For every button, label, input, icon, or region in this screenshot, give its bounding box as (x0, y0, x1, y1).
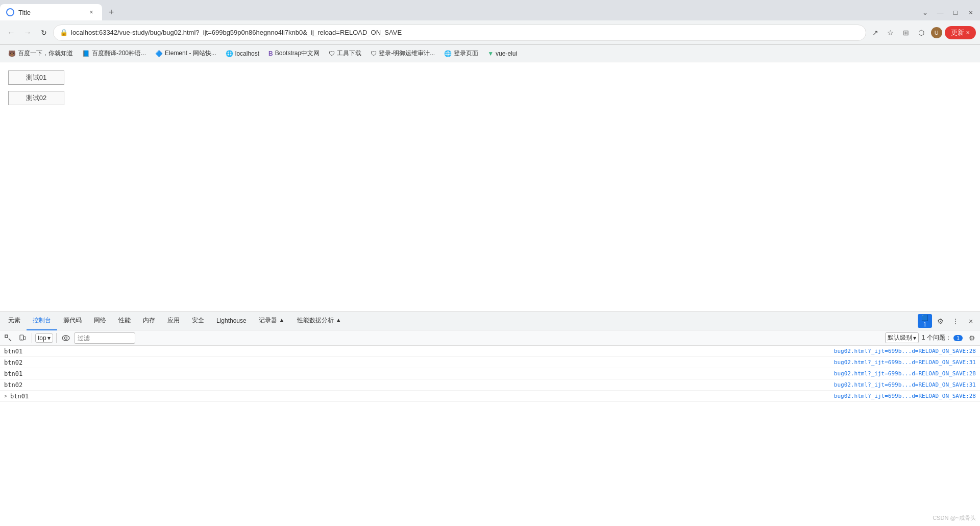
devtools-tab-sources[interactable]: 源代码 (57, 312, 88, 330)
bookmark-label: 登录-明御运维审计... (379, 49, 435, 58)
tab-title: Title (18, 9, 83, 16)
new-tab-button[interactable]: + (104, 5, 118, 19)
devtools-tab-network[interactable]: 网络 (88, 312, 112, 330)
inspect-element-button[interactable] (2, 332, 14, 344)
log-text: btn01 (10, 393, 834, 400)
console-filter-input[interactable] (74, 332, 135, 344)
issues-count-area: 1 个问题： 1 (922, 333, 963, 342)
bookmark-element[interactable]: 🔷 Element - 网站快... (151, 48, 220, 59)
devtools-settings-button[interactable]: ⚙ (933, 314, 947, 328)
bookmark-label: localhost (235, 50, 259, 57)
forward-button[interactable]: → (20, 26, 35, 40)
toolbar-divider (32, 333, 32, 343)
window-controls: ⌄ — □ × (918, 5, 980, 19)
login-icon: 🌐 (444, 50, 452, 57)
log-text: btn01 (4, 348, 834, 355)
devtools-tab-elements[interactable]: 元素 (2, 312, 27, 330)
bookmark-label: 百度一下，你就知道 (18, 49, 73, 58)
svg-point-4 (21, 339, 22, 340)
toolbar-divider2 (56, 333, 57, 343)
avatar-button[interactable]: U (929, 26, 944, 40)
minimize-button[interactable]: — (933, 5, 947, 19)
devtools-more-button[interactable]: ⋮ (948, 314, 963, 328)
devtools-panel: 元素 控制台 源代码 网络 性能 内存 应用 安全 Lighthouse 记录器… (0, 312, 980, 526)
default-level-chevron: ▾ (913, 334, 916, 342)
devtools-issues-button[interactable]: 🟦 1 (918, 314, 932, 328)
expand-icon[interactable]: > (4, 393, 7, 399)
address-bar[interactable]: 🔒 (53, 25, 866, 41)
log-row: btn01 bug02.html?_ijt=699b...d=RELOAD_ON… (0, 346, 980, 357)
list-tabs-button[interactable]: ⌄ (918, 5, 932, 19)
log-source[interactable]: bug02.html?_ijt=699b...d=RELOAD_ON_SAVE:… (834, 393, 976, 399)
svg-point-6 (64, 337, 67, 339)
localhost-icon: 🌐 (226, 50, 233, 57)
bookmark-button[interactable]: ☆ (884, 26, 898, 40)
issues-number-badge: 1 (953, 335, 963, 341)
svg-rect-0 (5, 335, 8, 338)
bookmark-label: 登录页面 (454, 49, 478, 58)
test-button-01[interactable]: 测试01 (8, 70, 64, 85)
devtools-tab-performance-insights[interactable]: 性能数据分析 ▲ (291, 312, 348, 330)
log-source[interactable]: bug02.html?_ijt=699b...d=RELOAD_ON_SAVE:… (834, 381, 976, 388)
bookmark-login-page[interactable]: 🌐 登录页面 (440, 48, 482, 59)
eye-button[interactable] (60, 332, 72, 344)
bookmark-label: 工具下载 (337, 49, 361, 58)
avatar-image: U (931, 27, 942, 38)
default-level-dropdown[interactable]: 默认级别 ▾ (885, 332, 919, 343)
back-button[interactable]: ← (4, 26, 18, 40)
bookmark-label: Bootstrap中文网 (275, 49, 320, 58)
bookmark-tools[interactable]: 🛡 工具下载 (325, 48, 365, 59)
devtools-tab-security[interactable]: 安全 (186, 312, 210, 330)
active-tab[interactable]: Title × (0, 4, 102, 20)
device-emulation-button[interactable] (16, 332, 29, 344)
devtools-toolbar: top ▾ 默认级别 ▾ 1 个问题： (0, 330, 980, 346)
lock-icon: 🔒 (60, 29, 68, 36)
log-row: btn02 bug02.html?_ijt=699b...d=RELOAD_ON… (0, 379, 980, 391)
update-button[interactable]: 更新 × (945, 26, 976, 39)
bootstrap-icon: B (268, 50, 273, 57)
bookmark-baidu[interactable]: 🐻 百度一下，你就知道 (4, 48, 77, 59)
device-icon (19, 334, 26, 342)
log-source[interactable]: bug02.html?_ijt=699b...d=RELOAD_ON_SAVE:… (834, 370, 976, 377)
bookmark-translate[interactable]: 📘 百度翻译-200种语... (78, 48, 150, 59)
toolbar-right: 默认级别 ▾ 1 个问题： 1 ⚙ (885, 332, 978, 344)
bookmark-login-admin[interactable]: 🛡 登录-明御运维审计... (366, 48, 439, 59)
tab-bar: Title × + ⌄ — □ × (0, 0, 980, 20)
refresh-button[interactable]: ↻ (37, 26, 51, 40)
inspect-icon (5, 334, 12, 342)
main-area: 测试01 测试02 元素 控制台 源代码 网络 性能 内存 应用 安全 Ligh… (0, 62, 980, 526)
maximize-button[interactable]: □ (948, 5, 963, 19)
svg-point-5 (62, 336, 69, 341)
devtools-tab-memory[interactable]: 内存 (137, 312, 161, 330)
chevron-down-icon: ▾ (47, 334, 51, 342)
log-source[interactable]: bug02.html?_ijt=699b...d=RELOAD_ON_SAVE:… (834, 359, 976, 366)
devtools-close-button[interactable]: × (964, 314, 978, 328)
eye-icon (62, 335, 70, 341)
devtools-tab-lighthouse[interactable]: Lighthouse (210, 312, 253, 330)
bookmark-label: 百度翻译-200种语... (92, 49, 146, 58)
bookmark-bootstrap[interactable]: B Bootstrap中文网 (264, 48, 324, 59)
tab-close-button[interactable]: × (87, 8, 96, 17)
devtools-tab-console[interactable]: 控制台 (27, 312, 57, 330)
devtools-tab-application[interactable]: 应用 (161, 312, 186, 330)
share-button[interactable]: ↗ (868, 26, 883, 40)
console-log-area: btn01 bug02.html?_ijt=699b...d=RELOAD_ON… (0, 346, 980, 526)
vue-icon: ▼ (487, 50, 494, 57)
console-settings-button[interactable]: ⚙ (966, 332, 978, 344)
bookmark-label: vue-elui (496, 50, 517, 57)
context-dropdown[interactable]: top ▾ (35, 333, 53, 343)
sidebar-button[interactable]: ⬡ (914, 26, 928, 40)
devtools-tab-recorder[interactable]: 记录器 ▲ (253, 312, 291, 330)
url-input[interactable] (71, 29, 860, 36)
bookmark-vue-elui[interactable]: ▼ vue-elui (483, 49, 521, 58)
window-close-button[interactable]: × (964, 5, 978, 19)
log-source[interactable]: bug02.html?_ijt=699b...d=RELOAD_ON_SAVE:… (834, 348, 976, 354)
bookmark-localhost[interactable]: 🌐 localhost (222, 49, 263, 58)
log-text: btn01 (4, 370, 834, 377)
default-level-label: 默认级别 (888, 333, 912, 342)
devtools-tab-performance[interactable]: 性能 (112, 312, 137, 330)
test-button-02[interactable]: 测试02 (8, 91, 64, 105)
extensions-button[interactable]: ⊞ (899, 26, 913, 40)
admin-icon: 🛡 (371, 50, 377, 57)
watermark: CSDN @~咸骨头 (933, 514, 976, 522)
